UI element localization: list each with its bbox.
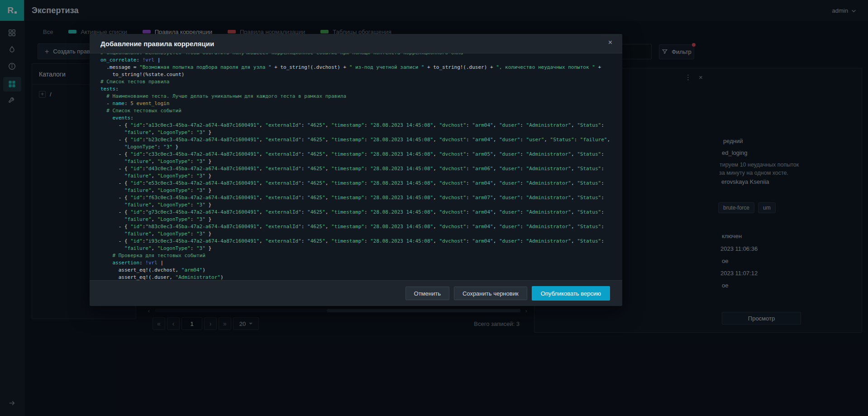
code-line: tests:: [100, 86, 613, 93]
code-line: - { "id":"g73c0ec3-45ba-47a2-a674-4a87c1…: [100, 209, 613, 223]
code-line: on_correlate: !vrl |: [100, 57, 613, 64]
code-line: # Проверка для тестовых событий: [100, 252, 613, 259]
code-editor[interactable]: # Опционально. Используется чтобы обогат…: [90, 53, 622, 280]
code-line: # Опционально. Используется чтобы обогат…: [100, 53, 613, 57]
modal-close-button[interactable]: ×: [608, 39, 612, 46]
code-line: - { "id":"a13c0ec3-45ba-47a2-a674-4a87c1…: [100, 122, 613, 136]
code-line: .message = "Возможная попытка подбора па…: [100, 64, 613, 78]
screen: R: [0, 0, 868, 416]
modal-header: Добавление правила корреляции ×: [90, 34, 622, 53]
code-line: assert_eq!(.dvchost, "arm04"): [100, 267, 613, 274]
code-line: - { "id":"b23c0ec3-45ba-47a2-a674-4a87c1…: [100, 136, 613, 151]
code-line: - { "id":"h83c0ec3-45ba-47a2-a674-4a87c1…: [100, 223, 613, 238]
save-draft-button[interactable]: Сохранить черновик: [454, 287, 527, 300]
code-line: - { "id":"e53c0ec3-45ba-47a2-a674-4a87c1…: [100, 180, 613, 194]
code-content: # Опционально. Используется чтобы обогат…: [100, 53, 613, 280]
code-line: - name: 5 event_login: [100, 100, 613, 107]
code-line: - { "id":"f63c0ec3-45ba-47a2-a674-4a87c1…: [100, 194, 613, 209]
code-line: # Список тестов правила: [100, 78, 613, 86]
modal-add-correlation-rule: Добавление правила корреляции × # Опцион…: [90, 34, 622, 306]
modal-footer: Отменить Сохранить черновик Опубликовать…: [90, 280, 622, 306]
modal-title: Добавление правила корреляции: [100, 40, 214, 48]
code-line: assert_eq!(.duser, "Administrator"): [100, 274, 613, 280]
cancel-button[interactable]: Отменить: [405, 287, 449, 300]
code-line: - { "id":"d43c0ec3-45ba-47a2-a674-4a87c1…: [100, 165, 613, 180]
code-line: - { "id":"i93c0ec3-45ba-47a2-a674-4a87c1…: [100, 238, 613, 252]
code-line: # Список тестовых событий: [100, 107, 613, 115]
publish-version-button[interactable]: Опубликовать версию: [532, 286, 610, 301]
code-line: assertion: !vrl |: [100, 259, 613, 267]
code-line: # Наименование теста. Лучше делать уника…: [100, 93, 613, 100]
code-line: events:: [100, 115, 613, 122]
code-line: - { "id":"c33c0ec3-45ba-47a2-a674-4a87c1…: [100, 151, 613, 165]
